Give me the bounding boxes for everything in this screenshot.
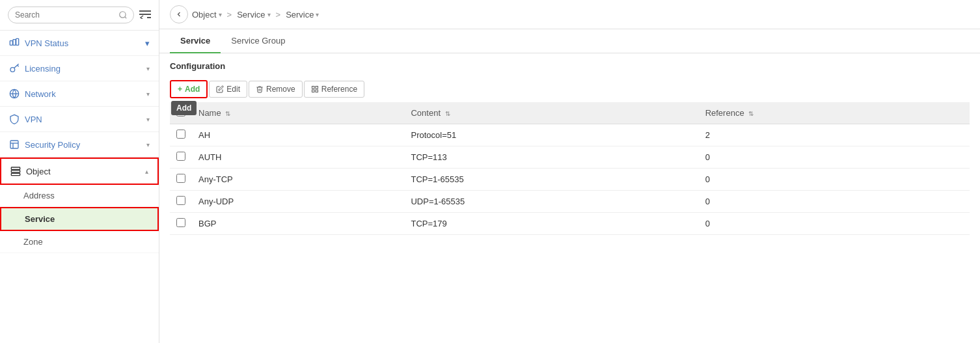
tooltip-add-label: Add bbox=[176, 103, 191, 113]
row-name-3: Any-UDP bbox=[192, 191, 404, 213]
svg-rect-13 bbox=[10, 141, 18, 148]
service-table: Name ⇅ Content ⇅ Reference ⇅ AH bbox=[170, 102, 970, 235]
main-content: Object ▾ > Service ▾ > Service ▾ Service… bbox=[159, 0, 980, 343]
chevron-down-icon: ▾ bbox=[146, 65, 150, 72]
search-icon bbox=[118, 10, 128, 20]
remove-icon bbox=[256, 85, 264, 93]
sidebar-item-security-policy[interactable]: Security Policy ▾ bbox=[0, 132, 159, 158]
tab-service[interactable]: Service bbox=[170, 29, 221, 53]
edit-button[interactable]: Edit bbox=[209, 81, 247, 98]
sidebar-item-vpn-label: VPN bbox=[25, 115, 141, 124]
reference-button[interactable]: Reference bbox=[304, 81, 364, 98]
search-input[interactable] bbox=[8, 7, 134, 23]
sidebar-item-network[interactable]: Network ▾ bbox=[0, 81, 159, 107]
sort-reference-icon: ⇅ bbox=[748, 110, 754, 117]
col-content[interactable]: Content ⇅ bbox=[404, 102, 698, 124]
sidebar-item-security-policy-label: Security Policy bbox=[25, 140, 141, 150]
row-checkbox-0[interactable] bbox=[176, 130, 185, 139]
sort-name-icon: ⇅ bbox=[225, 110, 230, 117]
chevron-down-icon: ▾ bbox=[145, 38, 150, 48]
table-row: Any-TCP TCP=1-65535 0 bbox=[170, 169, 970, 191]
col-name[interactable]: Name ⇅ bbox=[192, 102, 404, 124]
col-content-label: Content bbox=[411, 108, 441, 118]
breadcrumb-service1-label: Service bbox=[237, 10, 265, 20]
search-bar bbox=[0, 0, 159, 31]
svg-point-0 bbox=[120, 12, 126, 18]
row-check-2 bbox=[170, 169, 192, 191]
shield-icon bbox=[9, 114, 20, 124]
object-icon bbox=[10, 166, 21, 176]
svg-point-8 bbox=[10, 68, 15, 72]
sidebar-item-vpn[interactable]: VPN ▾ bbox=[0, 107, 159, 132]
svg-rect-20 bbox=[316, 87, 318, 89]
add-button-label: Add bbox=[185, 85, 200, 94]
key-icon bbox=[9, 63, 20, 74]
svg-rect-21 bbox=[312, 90, 314, 92]
tab-service-group[interactable]: Service Group bbox=[221, 29, 295, 53]
table-row: AH Protocol=51 2 bbox=[170, 124, 970, 146]
breadcrumb-service2-label: Service bbox=[286, 10, 314, 20]
menu-icon[interactable] bbox=[139, 10, 151, 21]
col-reference-label: Reference bbox=[705, 108, 744, 118]
breadcrumb-service2[interactable]: Service ▾ bbox=[286, 10, 319, 20]
toolbar: + Add Add Edit Remove Reference bbox=[159, 76, 980, 102]
breadcrumb-sep-1: > bbox=[227, 10, 232, 20]
sidebar: VPN Status ▾ Licensing ▾ Network ▾ VPN ▾ bbox=[0, 0, 159, 343]
configuration-label: Configuration bbox=[170, 61, 225, 71]
row-check-3 bbox=[170, 191, 192, 213]
row-reference-1: 0 bbox=[699, 146, 970, 169]
row-checkbox-4[interactable] bbox=[176, 218, 185, 227]
sidebar-item-vpn-status-label: VPN Status bbox=[25, 38, 140, 48]
remove-button[interactable]: Remove bbox=[249, 81, 303, 98]
row-content-3: UDP=1-65535 bbox=[404, 191, 698, 213]
sidebar-sub-zone[interactable]: Zone bbox=[0, 231, 159, 253]
chevron-down-icon: ▾ bbox=[267, 11, 271, 18]
row-reference-0: 2 bbox=[699, 124, 970, 146]
chevron-down-icon: ▾ bbox=[316, 11, 319, 18]
table-row: AUTH TCP=113 0 bbox=[170, 146, 970, 169]
row-name-2: Any-TCP bbox=[192, 169, 404, 191]
svg-rect-17 bbox=[11, 171, 20, 172]
sidebar-item-licensing[interactable]: Licensing ▾ bbox=[0, 56, 159, 81]
search-wrapper bbox=[8, 7, 134, 23]
svg-rect-5 bbox=[10, 41, 12, 46]
row-content-1: TCP=113 bbox=[404, 146, 698, 169]
sidebar-item-vpn-status[interactable]: VPN Status ▾ bbox=[0, 31, 159, 56]
section-title: Configuration bbox=[159, 53, 980, 76]
svg-rect-19 bbox=[312, 87, 314, 89]
row-reference-2: 0 bbox=[699, 169, 970, 191]
row-reference-3: 0 bbox=[699, 191, 970, 213]
breadcrumb-sep-2: > bbox=[276, 10, 281, 20]
svg-rect-6 bbox=[13, 40, 16, 46]
breadcrumb-object[interactable]: Object ▾ bbox=[192, 10, 222, 20]
row-checkbox-2[interactable] bbox=[176, 174, 185, 183]
vpn-icon bbox=[9, 38, 20, 48]
chevron-up-icon: ▴ bbox=[145, 168, 148, 175]
row-name-0: AH bbox=[192, 124, 404, 146]
edit-icon bbox=[216, 85, 224, 93]
col-reference[interactable]: Reference ⇅ bbox=[699, 102, 970, 124]
table-row: BGP TCP=179 0 bbox=[170, 213, 970, 235]
svg-line-10 bbox=[18, 65, 19, 66]
reference-icon bbox=[311, 85, 319, 93]
row-name-4: BGP bbox=[192, 213, 404, 235]
edit-button-label: Edit bbox=[226, 85, 240, 94]
add-button[interactable]: + Add Add bbox=[170, 80, 208, 98]
data-table-container: Name ⇅ Content ⇅ Reference ⇅ AH bbox=[159, 102, 980, 343]
sidebar-item-object[interactable]: Object ▴ bbox=[0, 158, 159, 185]
reference-button-label: Reference bbox=[321, 85, 357, 94]
tab-service-group-label: Service Group bbox=[231, 36, 285, 46]
back-button[interactable] bbox=[170, 5, 188, 23]
row-checkbox-3[interactable] bbox=[176, 196, 185, 205]
chevron-down-icon: ▾ bbox=[219, 11, 222, 18]
row-content-2: TCP=1-65535 bbox=[404, 169, 698, 191]
table-header-row: Name ⇅ Content ⇅ Reference ⇅ bbox=[170, 102, 970, 124]
breadcrumb-service1[interactable]: Service ▾ bbox=[237, 10, 270, 20]
sidebar-sub-service[interactable]: Service bbox=[0, 207, 159, 231]
sidebar-sub-address[interactable]: Address bbox=[0, 185, 159, 207]
row-checkbox-1[interactable] bbox=[176, 152, 185, 161]
add-tooltip: Add bbox=[171, 101, 197, 115]
row-name-1: AUTH bbox=[192, 146, 404, 169]
sidebar-item-licensing-label: Licensing bbox=[25, 64, 141, 74]
tab-service-label: Service bbox=[180, 36, 210, 46]
